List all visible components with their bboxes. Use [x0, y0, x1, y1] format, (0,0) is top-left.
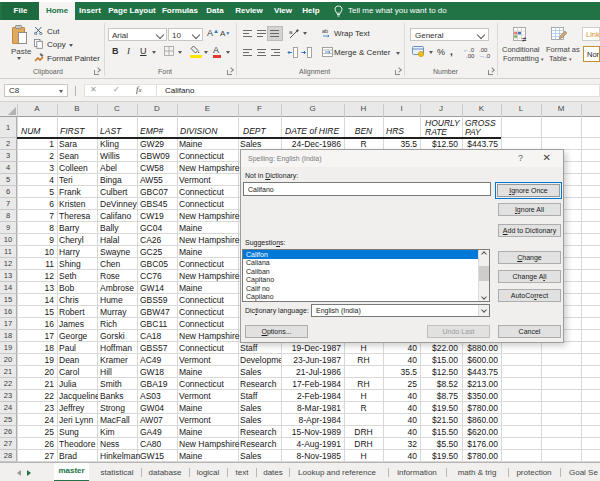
svg-text:ab: ab [322, 28, 328, 34]
svg-text:a: a [289, 29, 293, 35]
svg-text:≠: ≠ [522, 35, 527, 43]
